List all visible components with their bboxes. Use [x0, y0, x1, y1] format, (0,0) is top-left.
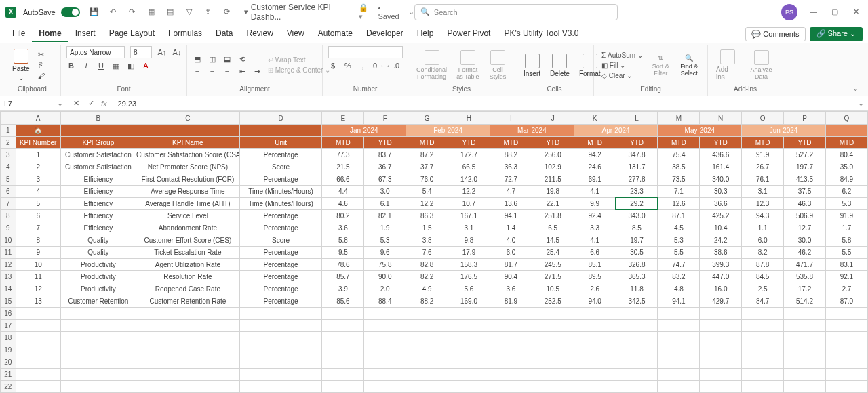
- cell[interactable]: Abandonment Rate: [136, 222, 240, 234]
- cell[interactable]: 46.3: [784, 197, 826, 209]
- cell[interactable]: [322, 368, 364, 380]
- cell[interactable]: 5.6: [448, 283, 490, 295]
- align-middle-icon[interactable]: ◫: [208, 54, 217, 64]
- row-header-10[interactable]: 10: [1, 234, 16, 246]
- cell[interactable]: Quality: [60, 234, 136, 246]
- name-box-chevron-icon[interactable]: ⌄: [54, 99, 66, 108]
- row-header-8[interactable]: 8: [1, 209, 16, 222]
- cell[interactable]: [490, 380, 532, 392]
- cell[interactable]: 12.2: [406, 197, 448, 209]
- tab-power-pivot[interactable]: Power Pivot: [440, 26, 497, 42]
- cell[interactable]: Score: [239, 234, 322, 246]
- tab-page-layout[interactable]: Page Layout: [102, 26, 161, 42]
- cell[interactable]: [60, 344, 136, 356]
- cell[interactable]: [825, 344, 867, 356]
- cell[interactable]: 197.7: [784, 161, 826, 173]
- cell[interactable]: [16, 344, 60, 356]
- cell[interactable]: 5.3: [364, 234, 406, 246]
- cell[interactable]: 82.8: [406, 258, 448, 270]
- cell[interactable]: [322, 319, 364, 331]
- cell[interactable]: 245.5: [532, 258, 574, 270]
- row-header-17[interactable]: 17: [1, 319, 16, 331]
- cell[interactable]: 81.9: [490, 295, 532, 307]
- cell[interactable]: 1: [16, 149, 60, 161]
- cell[interactable]: [239, 319, 322, 331]
- cell[interactable]: 342.5: [616, 295, 658, 307]
- cell[interactable]: 4.4: [322, 185, 364, 197]
- cell[interactable]: 252.5: [532, 295, 574, 307]
- cell[interactable]: 38.6: [700, 246, 742, 258]
- tab-automate[interactable]: Automate: [311, 26, 359, 42]
- saved-status[interactable]: • Saved: [378, 4, 401, 20]
- cell[interactable]: 211.5: [532, 173, 574, 185]
- cell[interactable]: [406, 319, 448, 331]
- tab-file[interactable]: File: [5, 26, 32, 42]
- cell[interactable]: [490, 344, 532, 356]
- cell[interactable]: 6.0: [742, 234, 784, 246]
- tab-formulas[interactable]: Formulas: [161, 26, 209, 42]
- cell[interactable]: 87.8: [742, 258, 784, 270]
- cell[interactable]: [322, 356, 364, 368]
- cell[interactable]: 2: [16, 161, 60, 173]
- cell[interactable]: [700, 307, 742, 319]
- cell[interactable]: [532, 307, 574, 319]
- cell[interactable]: [825, 319, 867, 331]
- cell[interactable]: [658, 331, 700, 344]
- cell[interactable]: [364, 307, 406, 319]
- find-select-button[interactable]: 🔍Find & Select: [676, 53, 702, 78]
- cell[interactable]: [239, 307, 322, 319]
- filter-icon[interactable]: ▽: [184, 7, 194, 17]
- cell[interactable]: 67.3: [364, 173, 406, 185]
- cell[interactable]: [322, 331, 364, 344]
- border-icon[interactable]: ▦: [111, 61, 121, 70]
- cell[interactable]: 94.3: [742, 209, 784, 222]
- cell[interactable]: [574, 344, 616, 356]
- row-header-5[interactable]: 5: [1, 173, 16, 185]
- wrap-text-button[interactable]: ↩ Wrap Text: [266, 56, 332, 64]
- sensitivity-icon[interactable]: 🔒▾: [359, 3, 371, 21]
- cell[interactable]: Resolution Rate: [136, 270, 240, 283]
- tab-data[interactable]: Data: [209, 26, 239, 42]
- cell[interactable]: 9.6: [364, 246, 406, 258]
- cell[interactable]: [136, 380, 240, 392]
- cell[interactable]: Percentage: [239, 222, 322, 234]
- cell[interactable]: 256.0: [532, 149, 574, 161]
- cell[interactable]: [825, 368, 867, 380]
- cell[interactable]: [742, 368, 784, 380]
- decrease-font-icon[interactable]: A↓: [172, 47, 182, 57]
- indent-increase-icon[interactable]: ⇥: [252, 66, 262, 76]
- cell[interactable]: 80.2: [322, 209, 364, 222]
- cell[interactable]: [658, 344, 700, 356]
- cell[interactable]: 30.3: [700, 185, 742, 197]
- fx-icon[interactable]: fx: [101, 100, 107, 108]
- cell[interactable]: [136, 344, 240, 356]
- fill-color-icon[interactable]: ◧: [126, 61, 136, 70]
- cell[interactable]: [364, 356, 406, 368]
- cell[interactable]: [16, 380, 60, 392]
- cell[interactable]: Percentage: [239, 270, 322, 283]
- cell[interactable]: [490, 319, 532, 331]
- cell[interactable]: [136, 331, 240, 344]
- cell[interactable]: [616, 319, 658, 331]
- cell[interactable]: [658, 356, 700, 368]
- cell[interactable]: 365.3: [616, 270, 658, 283]
- font-name-select[interactable]: Aptos Narrow: [66, 46, 125, 58]
- increase-font-icon[interactable]: A↑: [157, 47, 167, 57]
- cell[interactable]: 158.3: [448, 258, 490, 270]
- cell[interactable]: 5.8: [825, 234, 867, 246]
- redo-icon[interactable]: ↷: [127, 7, 137, 17]
- row-header-22[interactable]: 22: [1, 380, 16, 392]
- cell[interactable]: Percentage: [239, 246, 322, 258]
- percent-icon[interactable]: %: [343, 61, 353, 70]
- cell[interactable]: 172.7: [448, 149, 490, 161]
- cell[interactable]: [406, 307, 448, 319]
- cell[interactable]: Ticket Escalation Rate: [136, 246, 240, 258]
- cell[interactable]: Efficiency: [60, 185, 136, 197]
- tab-review[interactable]: Review: [239, 26, 279, 42]
- cell[interactable]: [616, 356, 658, 368]
- cell[interactable]: 5.5: [658, 246, 700, 258]
- cell[interactable]: 19.7: [616, 234, 658, 246]
- row-header-2[interactable]: 2: [1, 137, 16, 149]
- row-header-4[interactable]: 4: [1, 161, 16, 173]
- select-all-corner[interactable]: [1, 112, 16, 125]
